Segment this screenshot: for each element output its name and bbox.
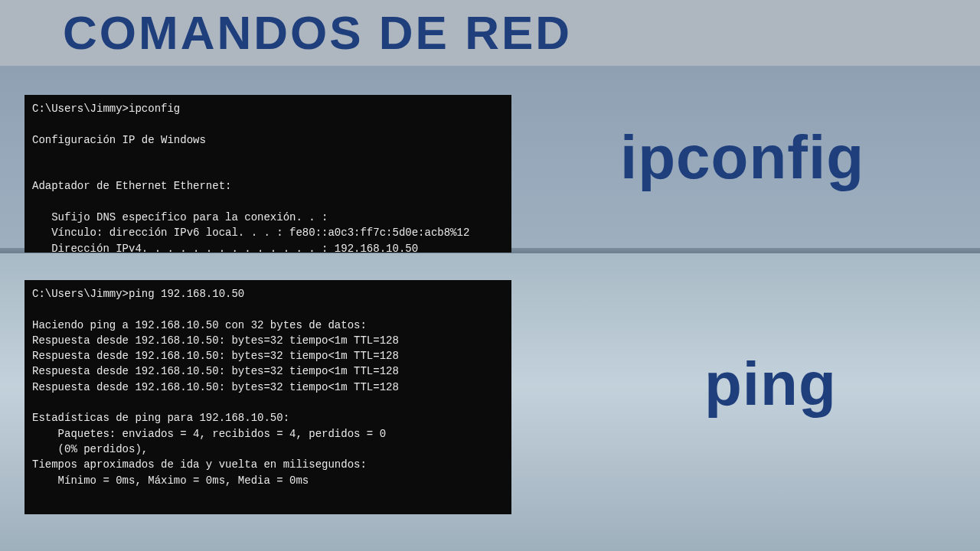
page-title: COMANDOS DE RED (63, 9, 572, 57)
label-ipconfig: ipconfig (620, 122, 864, 193)
label-ping: ping (704, 349, 837, 419)
terminal-ipconfig: C:\Users\Jimmy>ipconfig Configuración IP… (24, 95, 511, 253)
title-bar: COMANDOS DE RED (0, 0, 980, 66)
terminal-ping: C:\Users\Jimmy>ping 192.168.10.50 Hacien… (24, 280, 511, 514)
